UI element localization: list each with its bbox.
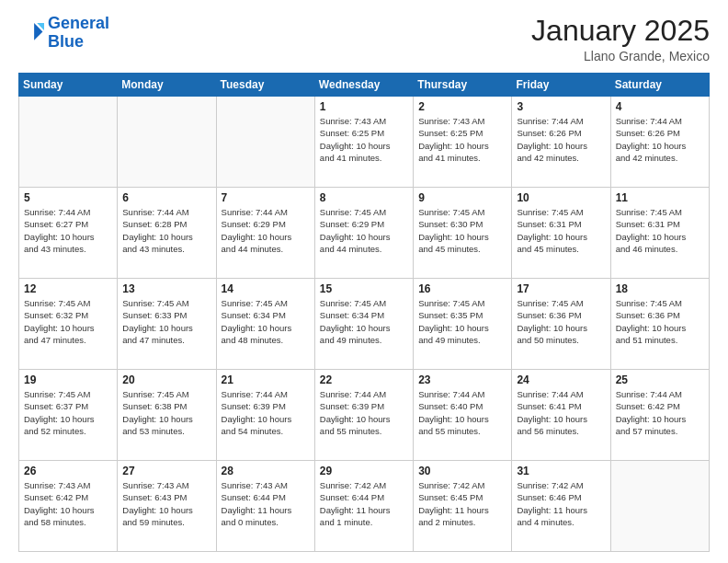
day-info: Sunrise: 7:45 AM Sunset: 6:33 PM Dayligh… bbox=[122, 297, 210, 346]
day-info: Sunrise: 7:43 AM Sunset: 6:42 PM Dayligh… bbox=[24, 479, 112, 528]
calendar-cell: 10Sunrise: 7:45 AM Sunset: 6:31 PM Dayli… bbox=[512, 188, 610, 279]
day-info: Sunrise: 7:45 AM Sunset: 6:34 PM Dayligh… bbox=[222, 297, 310, 346]
day-info: Sunrise: 7:44 AM Sunset: 6:41 PM Dayligh… bbox=[517, 388, 605, 437]
day-number: 23 bbox=[418, 373, 506, 386]
day-info: Sunrise: 7:45 AM Sunset: 6:31 PM Dayligh… bbox=[616, 206, 704, 255]
day-number: 29 bbox=[320, 465, 408, 477]
day-number: 6 bbox=[122, 191, 210, 204]
calendar-cell: 17Sunrise: 7:45 AM Sunset: 6:36 PM Dayli… bbox=[512, 279, 610, 370]
calendar-cell: 11Sunrise: 7:45 AM Sunset: 6:31 PM Dayli… bbox=[610, 188, 709, 279]
header-friday: Friday bbox=[512, 74, 610, 97]
calendar-cell: 20Sunrise: 7:45 AM Sunset: 6:38 PM Dayli… bbox=[118, 370, 216, 461]
day-number: 2 bbox=[418, 100, 506, 113]
logo: General Blue bbox=[18, 15, 109, 52]
location: Llano Grande, Mexico bbox=[531, 49, 710, 63]
day-info: Sunrise: 7:44 AM Sunset: 6:26 PM Dayligh… bbox=[517, 115, 605, 164]
day-number: 12 bbox=[24, 282, 112, 295]
calendar-cell: 3Sunrise: 7:44 AM Sunset: 6:26 PM Daylig… bbox=[512, 97, 610, 188]
calendar-cell: 31Sunrise: 7:42 AM Sunset: 6:46 PM Dayli… bbox=[512, 461, 610, 552]
day-number: 30 bbox=[418, 465, 506, 477]
day-info: Sunrise: 7:44 AM Sunset: 6:27 PM Dayligh… bbox=[24, 206, 112, 255]
header-sunday: Sunday bbox=[19, 74, 118, 97]
calendar-week-3: 19Sunrise: 7:45 AM Sunset: 6:37 PM Dayli… bbox=[19, 370, 710, 461]
day-info: Sunrise: 7:42 AM Sunset: 6:45 PM Dayligh… bbox=[418, 479, 506, 528]
header-thursday: Thursday bbox=[414, 74, 512, 97]
day-number: 9 bbox=[418, 191, 506, 204]
day-info: Sunrise: 7:43 AM Sunset: 6:44 PM Dayligh… bbox=[222, 479, 310, 528]
calendar-cell: 26Sunrise: 7:43 AM Sunset: 6:42 PM Dayli… bbox=[19, 461, 118, 552]
day-number: 18 bbox=[616, 282, 704, 295]
calendar-cell: 9Sunrise: 7:45 AM Sunset: 6:30 PM Daylig… bbox=[414, 188, 512, 279]
calendar-header-row: Sunday Monday Tuesday Wednesday Thursday… bbox=[19, 74, 710, 97]
day-info: Sunrise: 7:43 AM Sunset: 6:25 PM Dayligh… bbox=[320, 115, 408, 164]
calendar-week-0: 1Sunrise: 7:43 AM Sunset: 6:25 PM Daylig… bbox=[19, 97, 710, 188]
day-number: 16 bbox=[418, 282, 506, 295]
title-block: January 2025 Llano Grande, Mexico bbox=[531, 15, 710, 63]
day-info: Sunrise: 7:45 AM Sunset: 6:32 PM Dayligh… bbox=[24, 297, 112, 346]
day-info: Sunrise: 7:44 AM Sunset: 6:26 PM Dayligh… bbox=[616, 115, 704, 164]
day-number: 14 bbox=[222, 282, 310, 295]
day-number: 7 bbox=[222, 191, 310, 204]
calendar-cell: 7Sunrise: 7:44 AM Sunset: 6:29 PM Daylig… bbox=[216, 188, 314, 279]
day-number: 20 bbox=[122, 373, 210, 386]
calendar-cell: 19Sunrise: 7:45 AM Sunset: 6:37 PM Dayli… bbox=[19, 370, 118, 461]
day-info: Sunrise: 7:45 AM Sunset: 6:29 PM Dayligh… bbox=[320, 206, 408, 255]
day-number: 27 bbox=[122, 465, 210, 477]
day-info: Sunrise: 7:43 AM Sunset: 6:43 PM Dayligh… bbox=[122, 479, 210, 528]
header-tuesday: Tuesday bbox=[216, 74, 314, 97]
calendar-cell: 23Sunrise: 7:44 AM Sunset: 6:40 PM Dayli… bbox=[414, 370, 512, 461]
day-number: 26 bbox=[24, 465, 112, 477]
calendar-cell: 6Sunrise: 7:44 AM Sunset: 6:28 PM Daylig… bbox=[118, 188, 216, 279]
page: General Blue January 2025 Llano Grande, … bbox=[0, 0, 728, 563]
calendar-cell: 22Sunrise: 7:44 AM Sunset: 6:39 PM Dayli… bbox=[314, 370, 413, 461]
logo-text: General Blue bbox=[48, 15, 109, 52]
calendar-cell: 18Sunrise: 7:45 AM Sunset: 6:36 PM Dayli… bbox=[610, 279, 709, 370]
calendar-cell: 4Sunrise: 7:44 AM Sunset: 6:26 PM Daylig… bbox=[610, 97, 709, 188]
calendar-table: Sunday Monday Tuesday Wednesday Thursday… bbox=[18, 73, 710, 552]
day-info: Sunrise: 7:45 AM Sunset: 6:38 PM Dayligh… bbox=[122, 388, 210, 437]
day-number: 8 bbox=[320, 191, 408, 204]
calendar-cell bbox=[19, 97, 118, 188]
day-number: 13 bbox=[122, 282, 210, 295]
day-number: 10 bbox=[517, 191, 605, 204]
month-title: January 2025 bbox=[531, 15, 710, 47]
calendar-week-2: 12Sunrise: 7:45 AM Sunset: 6:32 PM Dayli… bbox=[19, 279, 710, 370]
day-number: 22 bbox=[320, 373, 408, 386]
day-number: 5 bbox=[24, 191, 112, 204]
day-info: Sunrise: 7:44 AM Sunset: 6:42 PM Dayligh… bbox=[616, 388, 704, 437]
calendar-cell: 14Sunrise: 7:45 AM Sunset: 6:34 PM Dayli… bbox=[216, 279, 314, 370]
calendar-cell: 12Sunrise: 7:45 AM Sunset: 6:32 PM Dayli… bbox=[19, 279, 118, 370]
calendar-cell: 28Sunrise: 7:43 AM Sunset: 6:44 PM Dayli… bbox=[216, 461, 314, 552]
day-number: 17 bbox=[517, 282, 605, 295]
day-number: 4 bbox=[616, 100, 704, 113]
calendar-cell: 29Sunrise: 7:42 AM Sunset: 6:44 PM Dayli… bbox=[314, 461, 413, 552]
day-info: Sunrise: 7:42 AM Sunset: 6:46 PM Dayligh… bbox=[517, 479, 605, 528]
day-number: 21 bbox=[222, 373, 310, 386]
day-info: Sunrise: 7:42 AM Sunset: 6:44 PM Dayligh… bbox=[320, 479, 408, 528]
calendar-cell: 30Sunrise: 7:42 AM Sunset: 6:45 PM Dayli… bbox=[414, 461, 512, 552]
calendar-cell: 1Sunrise: 7:43 AM Sunset: 6:25 PM Daylig… bbox=[314, 97, 413, 188]
header: General Blue January 2025 Llano Grande, … bbox=[18, 15, 710, 63]
day-number: 19 bbox=[24, 373, 112, 386]
day-info: Sunrise: 7:45 AM Sunset: 6:36 PM Dayligh… bbox=[517, 297, 605, 346]
day-info: Sunrise: 7:45 AM Sunset: 6:35 PM Dayligh… bbox=[418, 297, 506, 346]
calendar-cell: 8Sunrise: 7:45 AM Sunset: 6:29 PM Daylig… bbox=[314, 188, 413, 279]
calendar-week-4: 26Sunrise: 7:43 AM Sunset: 6:42 PM Dayli… bbox=[19, 461, 710, 552]
day-number: 28 bbox=[222, 465, 310, 477]
header-saturday: Saturday bbox=[610, 74, 709, 97]
day-info: Sunrise: 7:43 AM Sunset: 6:25 PM Dayligh… bbox=[418, 115, 506, 164]
day-number: 3 bbox=[517, 100, 605, 113]
logo-icon bbox=[18, 20, 44, 46]
day-number: 11 bbox=[616, 191, 704, 204]
day-info: Sunrise: 7:44 AM Sunset: 6:39 PM Dayligh… bbox=[222, 388, 310, 437]
calendar-cell: 13Sunrise: 7:45 AM Sunset: 6:33 PM Dayli… bbox=[118, 279, 216, 370]
day-info: Sunrise: 7:44 AM Sunset: 6:28 PM Dayligh… bbox=[122, 206, 210, 255]
calendar-cell: 25Sunrise: 7:44 AM Sunset: 6:42 PM Dayli… bbox=[610, 370, 709, 461]
calendar-cell bbox=[118, 97, 216, 188]
calendar-cell: 5Sunrise: 7:44 AM Sunset: 6:27 PM Daylig… bbox=[19, 188, 118, 279]
day-number: 15 bbox=[320, 282, 408, 295]
day-info: Sunrise: 7:45 AM Sunset: 6:34 PM Dayligh… bbox=[320, 297, 408, 346]
day-info: Sunrise: 7:45 AM Sunset: 6:37 PM Dayligh… bbox=[24, 388, 112, 437]
day-number: 1 bbox=[320, 100, 408, 113]
calendar-cell: 15Sunrise: 7:45 AM Sunset: 6:34 PM Dayli… bbox=[314, 279, 413, 370]
